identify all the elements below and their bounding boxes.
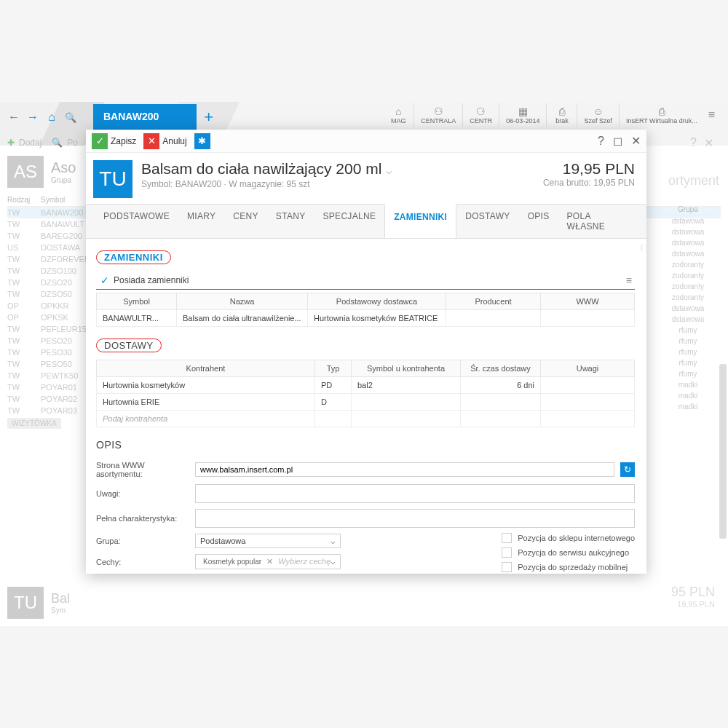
menu-icon[interactable]: ≡: [626, 274, 632, 286]
table-row[interactable]: Hurtownia ERIED: [97, 394, 635, 411]
bg-asort-label: ortyment: [668, 173, 719, 189]
grupa-select[interactable]: Podstawowa: [195, 534, 341, 548]
section-dostawy: DOSTAWY: [96, 339, 162, 352]
refresh-icon[interactable]: ↻: [620, 462, 635, 477]
close-icon[interactable]: ✕: [631, 134, 641, 148]
cb-mobile-label: Pozycja do sprzedaży mobilnej: [518, 563, 628, 571]
has-replacements-label: Posiada zamienniki: [114, 275, 189, 285]
cb-auction-label: Pozycja do serwisu aukcyjnego: [518, 548, 629, 557]
tab-miary[interactable]: MIARY: [178, 205, 224, 238]
product-badge: TU: [93, 160, 132, 198]
uwagi-input[interactable]: [195, 484, 635, 503]
bg-scrollbar[interactable]: [719, 364, 727, 539]
status-cell[interactable]: ▦06-03-2014: [499, 103, 546, 127]
tab-pola własne[interactable]: POLA WŁASNE: [558, 205, 638, 238]
suppliers-table: Kontrahent Typ Symbol u kontrahenta Śr. …: [96, 360, 635, 427]
tab-podstawowe[interactable]: PODSTAWOWE: [95, 205, 178, 238]
bg-bottom-price: 95 PLN 19,95 PLN: [671, 585, 715, 609]
bg-bottom-title: Bal: [51, 591, 70, 606]
bg-col-rodzaj: Rodzaj: [7, 196, 41, 204]
cb-shop[interactable]: [502, 533, 512, 543]
tab-ceny[interactable]: CENY: [224, 205, 267, 238]
nav-search-button[interactable]: 🔍: [63, 109, 79, 125]
cancel-icon[interactable]: ✕: [143, 133, 159, 149]
tab-zamienniki[interactable]: ZAMIENNIKI: [384, 204, 456, 238]
product-dialog: ✓ Zapisz ✕ Anuluj ✱ ? ◻ ✕ TU Balsam do c…: [86, 130, 646, 574]
save-button[interactable]: Zapisz: [111, 136, 136, 146]
status-bar: ⌂MAG⚇CENTRALA⚆CENTR▦06-03-2014⎙brak☺Szef…: [383, 103, 719, 127]
add-tab-button[interactable]: +: [204, 108, 213, 127]
tab-dostawy[interactable]: DOSTAWY: [456, 205, 518, 238]
product-price: 19,95 PLN: [543, 160, 635, 178]
bg-subtitle: Grupa: [51, 176, 76, 184]
nav-forward-button[interactable]: →: [25, 109, 41, 125]
col-symbolk[interactable]: Symbol u kontrahenta: [352, 360, 461, 377]
save-icon[interactable]: ✓: [92, 133, 108, 149]
bg-wizytowka-tab: WIZYTÓWKA: [7, 418, 61, 429]
cb-auction[interactable]: [502, 547, 512, 558]
www-label: Strona WWW asortymentu:: [96, 461, 189, 478]
hamburger-icon[interactable]: ≡: [704, 106, 719, 124]
status-cell[interactable]: ⚆CENTR: [462, 103, 499, 127]
col-typ[interactable]: Typ: [315, 360, 352, 377]
help-icon[interactable]: ?: [598, 135, 604, 148]
bg-bottom-sub: Sym: [51, 606, 70, 614]
www-input[interactable]: [195, 462, 614, 477]
product-subtitle: Symbol: BANAW200 · W magazynie: 95 szt: [141, 179, 392, 189]
bg-badge: AS: [7, 156, 44, 188]
cechy-select[interactable]: Kosmetyk popular ✕ Wybierz cechę: [195, 554, 341, 569]
nav-back-button[interactable]: ←: [6, 109, 22, 125]
replacements-table: Symbol Nazwa Podstawowy dostawca Produce…: [96, 293, 635, 327]
col-uwagi[interactable]: Uwagi: [541, 360, 635, 377]
maximize-icon[interactable]: ◻: [613, 134, 622, 148]
product-title: Balsam do ciała nawilżający 200 ml ⌵: [141, 160, 392, 178]
table-row[interactable]: Hurtownia kosmetykówPDbal26 dni: [97, 377, 635, 394]
section-opis: OPIS: [96, 439, 122, 451]
col-nazwa[interactable]: Nazwa: [177, 293, 308, 310]
col-producent[interactable]: Producent: [446, 293, 541, 310]
tab-stany[interactable]: STANY: [267, 205, 314, 238]
pelna-input[interactable]: [195, 509, 635, 528]
scroll-up-icon[interactable]: 〈: [636, 243, 644, 253]
status-cell[interactable]: ⎙InsERT Wirtualna druk...: [619, 103, 704, 127]
add-supplier-row[interactable]: Podaj kontrahenta: [97, 411, 635, 427]
tab-specjalne[interactable]: SPECJALNE: [314, 205, 384, 238]
col-symbol[interactable]: Symbol: [97, 293, 177, 310]
bg-col-grupa: Grupa: [662, 205, 713, 215]
cb-shop-label: Pozycja do sklepu internetowego: [518, 534, 635, 542]
product-price-sub: Cena brutto: 19,95 PLN: [543, 178, 635, 188]
cechy-label: Cechy:: [96, 558, 189, 566]
status-cell[interactable]: ⚇CENTRALA: [414, 103, 462, 127]
cb-mobile[interactable]: [502, 562, 512, 572]
bg-title: Aso: [51, 159, 76, 176]
breadcrumb-tab[interactable]: BANAW200: [93, 104, 197, 131]
status-cell[interactable]: ☺Szef Szef: [577, 103, 619, 127]
tab-opis[interactable]: OPIS: [519, 205, 558, 238]
grupa-label: Grupa:: [96, 537, 189, 545]
status-cell[interactable]: ⌂MAG: [383, 103, 414, 127]
col-kontrahent[interactable]: Kontrahent: [97, 360, 315, 377]
settings-icon[interactable]: ✱: [194, 133, 210, 149]
col-www[interactable]: WWW: [541, 293, 635, 310]
bg-bottom-badge: TU: [7, 587, 44, 619]
pelna-label: Pełna charakterystyka:: [96, 514, 189, 523]
cancel-button[interactable]: Anuluj: [162, 136, 186, 146]
table-row[interactable]: BANAWULTR...Balsam do ciała ultranawilże…: [97, 310, 635, 327]
col-dostawca[interactable]: Podstawowy dostawca: [308, 293, 446, 310]
status-cell[interactable]: ⎙brak: [546, 103, 577, 127]
section-zamienniki: ZAMIENNIKI: [96, 250, 171, 264]
uwagi-label: Uwagi:: [96, 489, 189, 498]
col-czas[interactable]: Śr. czas dostawy: [461, 360, 541, 377]
nav-home-button[interactable]: ⌂: [44, 109, 60, 125]
check-icon[interactable]: ✓: [100, 274, 109, 286]
